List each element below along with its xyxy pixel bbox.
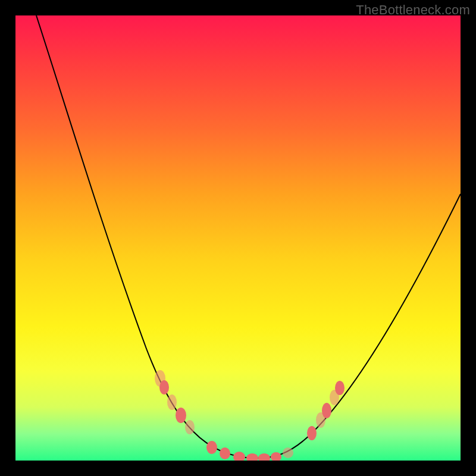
svg-point-14 [322, 403, 331, 418]
bottleneck-plot [15, 15, 461, 461]
curve-markers [155, 370, 345, 461]
svg-point-16 [335, 381, 345, 395]
bottleneck-curve [36, 15, 461, 458]
svg-point-7 [233, 452, 245, 461]
chart-area [15, 15, 461, 461]
svg-point-9 [258, 453, 270, 461]
svg-point-11 [283, 447, 293, 458]
svg-point-12 [307, 426, 317, 440]
svg-point-2 [167, 394, 177, 410]
watermark-text: TheBottleneck.com [356, 2, 470, 18]
svg-point-10 [271, 452, 281, 461]
svg-point-5 [206, 441, 217, 454]
svg-point-1 [159, 380, 169, 394]
svg-point-8 [246, 453, 258, 461]
svg-point-4 [185, 420, 195, 434]
svg-point-3 [176, 408, 186, 423]
svg-point-6 [220, 447, 230, 459]
